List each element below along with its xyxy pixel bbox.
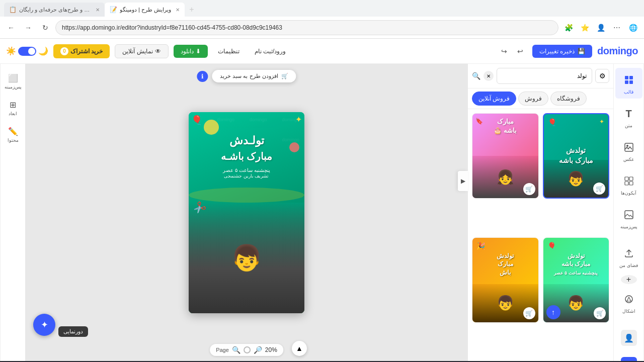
shapes-tool-label: اشکال: [622, 309, 635, 314]
templates-icon-tool[interactable]: قالب: [615, 68, 642, 99]
forward-button[interactable]: →: [21, 21, 35, 35]
download-button[interactable]: ⬇ دانلود: [174, 45, 208, 58]
design-card: 🎈 ✦ domingo domingo domingo domingo ت: [189, 112, 304, 313]
settings-button[interactable]: تنظیمات: [213, 45, 245, 58]
image-tool-icon: [621, 139, 637, 155]
template-card-4[interactable]: 🎉 تولدشمبارکباش 👦 🛒: [472, 237, 539, 323]
tab-editor[interactable]: 📝 ویرایش طرح | دومینگو ✕: [105, 3, 185, 17]
favorites-button[interactable]: ⭐: [578, 21, 592, 35]
zoom-in-button[interactable]: 🔍: [232, 346, 240, 354]
svg-rect-2: [625, 80, 628, 84]
more-button[interactable]: ⋯: [610, 21, 624, 35]
address-input[interactable]: [55, 20, 558, 35]
upload-tool-icon: [621, 245, 637, 261]
add-to-cart-button[interactable]: 🛒 افزودن طرح به سبد خرید: [212, 70, 296, 82]
shapes-icon-tool[interactable]: اشکال: [615, 287, 642, 318]
background-tool-label: پس‌زمینه: [620, 224, 637, 229]
right-panel: ⚙ ✕ 🔍 فروشگاه فروش فروش آنلاین 🎈 ✦ تولدش: [468, 64, 614, 361]
svg-rect-10: [625, 211, 633, 219]
svg-rect-6: [625, 177, 628, 180]
edge-icon[interactable]: 🌐: [626, 21, 640, 35]
tab1-favicon: 📋: [9, 6, 17, 13]
info-icon[interactable]: ℹ: [197, 71, 208, 82]
eye-icon: 👁: [155, 48, 161, 55]
download-label: دانلود: [181, 48, 194, 55]
svg-rect-1: [629, 76, 633, 79]
template-search-input[interactable]: [497, 68, 592, 84]
template-2-buy[interactable]: 🛒: [523, 183, 535, 195]
template-1-text: تولدشمبارک باشه: [555, 142, 597, 169]
navbar-right: ورود/ثبت نام تنظیمات ⬇ دانلود 👁 نمایش آن…: [6, 44, 291, 58]
tab1-label: قالب‌ها و طرح‌های حرفه‌ای و رایگان: [19, 7, 91, 13]
add-element-button[interactable]: +: [621, 275, 637, 284]
template-1-buy[interactable]: 🛒: [593, 183, 605, 195]
subscribe-badge: 0: [60, 47, 68, 55]
panel-collapse-arrow[interactable]: ▶: [458, 171, 468, 191]
cart-icon: 🛒: [281, 73, 288, 79]
save-label: ذخیره تغییرات: [539, 48, 575, 55]
preview-button[interactable]: 👁 نمایش آنلاین: [115, 44, 168, 58]
svg-rect-9: [629, 182, 633, 185]
filter-icon[interactable]: ⚙: [595, 69, 609, 83]
template-3-text: تولدشمبارک باشهپنچشنبه ساعت ۵ عصر: [550, 248, 602, 281]
tab-store[interactable]: فروشگاه: [550, 92, 587, 106]
extensions-button[interactable]: 🧩: [561, 21, 576, 35]
search-clear[interactable]: ✕: [484, 71, 494, 81]
refresh-button[interactable]: ↻: [38, 21, 52, 35]
subscribe-button[interactable]: خرید اشتراک 0: [53, 44, 110, 58]
template-card-1[interactable]: 🎈 ✦ تولدشمبارک باشه 👦 🛒: [543, 113, 610, 199]
content-label: محتوا: [8, 138, 19, 143]
background-icon-tool[interactable]: پس‌زمینه: [615, 203, 642, 233]
scroll-up-button[interactable]: ▲: [292, 341, 307, 356]
address-bar: ← → ↻ 🧩 ⭐ 👤 ⋯ 🌐: [0, 17, 644, 39]
undo-button[interactable]: ↩: [513, 44, 527, 58]
background-label: پس‌زمینه: [5, 84, 22, 89]
special-tool-1[interactable]: 👤: [615, 326, 642, 350]
magic-wand-button[interactable]: ✦: [33, 314, 55, 336]
text-tool-label: متن: [625, 123, 632, 128]
tab-templates[interactable]: 📋 قالب‌ها و طرح‌های حرفه‌ای و رایگان ✕: [4, 3, 105, 17]
special-icon-2: 🤖: [621, 357, 637, 361]
redo-button[interactable]: ↪: [497, 44, 511, 58]
content-tool[interactable]: ✏️ محتوا: [2, 122, 24, 147]
template-2-text: مبارکباشه 🎂: [494, 118, 517, 134]
design-subtitle: پنچشنبه ساعت ۵ عصر تشریف بارین جشنمجی: [194, 167, 299, 178]
content-icon: ✏️: [8, 126, 18, 136]
back-button[interactable]: ←: [4, 21, 18, 35]
upload-icon-tool[interactable]: فضای من: [615, 241, 642, 272]
profile-button[interactable]: 👤: [594, 21, 608, 35]
toggle-thumb: [28, 48, 35, 55]
template-3-upload[interactable]: ↑: [546, 305, 560, 319]
templates-grid: 🎈 ✦ تولدشمبارک باشه 👦 🛒 🔖 مبارکباشه 🎂: [468, 109, 613, 361]
background-tool[interactable]: ⬜ پس‌زمینه: [2, 69, 24, 94]
image-icon-tool[interactable]: عکس: [615, 135, 642, 166]
new-tab-button[interactable]: +: [185, 3, 199, 17]
special-tool-2[interactable]: 🤖: [615, 353, 642, 361]
subscribe-label: خرید اشتراک: [70, 48, 103, 55]
zoom-out-button[interactable]: 🔎: [254, 346, 262, 354]
login-button[interactable]: ورود/ثبت نام: [250, 45, 291, 58]
navbar-left: domingo 💾 ذخیره تغییرات ↩ ↪: [497, 44, 638, 58]
tab1-close[interactable]: ✕: [96, 7, 100, 13]
icons-tool-icon: [621, 173, 637, 189]
theme-toggle[interactable]: 🌙 ☀️: [6, 46, 48, 56]
tab2-close[interactable]: ✕: [176, 7, 180, 13]
dimensions-tool[interactable]: ⊞ ابعاد: [2, 96, 24, 120]
icons-icon-tool[interactable]: آیکون‌ها: [615, 169, 642, 200]
tab-online-sale[interactable]: فروش آنلاین: [472, 92, 516, 106]
toggle-track[interactable]: [18, 47, 36, 56]
design-canvas[interactable]: 🎈 ✦ domingo domingo domingo domingo ت: [189, 112, 304, 313]
design-title: تولـدش مبارک باشـه: [194, 132, 299, 163]
templates-tool-label: قالب: [624, 89, 633, 95]
template-card-3[interactable]: 🎈 تولدشمبارک باشهپنچشنبه ساعت ۵ عصر 👦 ↑ …: [543, 237, 610, 323]
template-4-buy[interactable]: 🛒: [523, 307, 535, 319]
template-3-buy[interactable]: 🛒: [594, 307, 606, 319]
save-button[interactable]: 💾 ذخیره تغییرات: [532, 45, 592, 58]
app: domingo 💾 ذخیره تغییرات ↩ ↪ ورود/ثبت نام…: [0, 39, 644, 361]
tab-sale[interactable]: فروش: [518, 92, 548, 106]
right-icons-panel: قالب T متن عکس آیکون‌ها: [614, 64, 644, 361]
text-icon-tool[interactable]: T متن: [615, 102, 642, 132]
tab2-label: ویرایش طرح | دومینگو: [120, 7, 171, 13]
svg-rect-8: [625, 182, 628, 185]
template-card-2[interactable]: 🔖 مبارکباشه 🎂 👧 🛒: [472, 113, 539, 199]
